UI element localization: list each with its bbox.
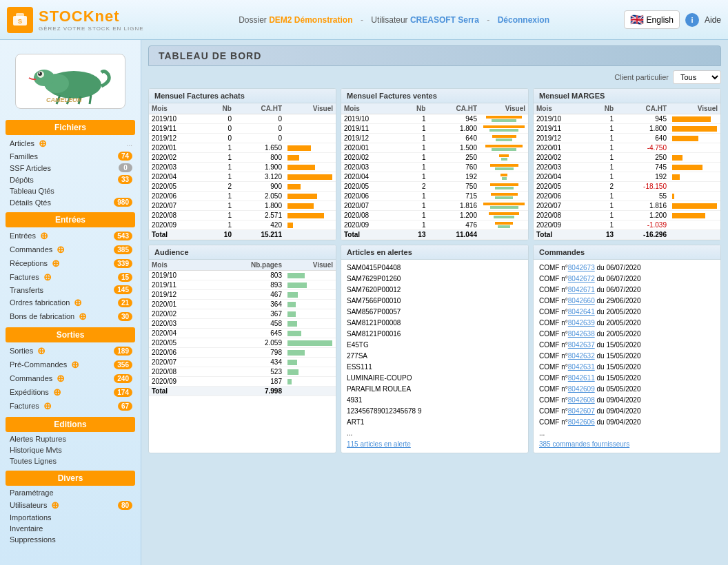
top-tables-grid: Mensuel Factures achats Mois Nb CA.HT Vi… bbox=[148, 88, 721, 240]
table-row: 2020/0711.816 bbox=[534, 201, 720, 211]
client-filter-select[interactable]: Tous bbox=[673, 70, 721, 84]
bar-cell bbox=[285, 358, 336, 367]
logo-box: S bbox=[7, 7, 33, 33]
sidebar-item-entrees[interactable]: Entrées ⊕ 543 bbox=[0, 229, 141, 243]
commande-ref[interactable]: 8042611 bbox=[568, 374, 595, 382]
table-row: 2019/12467 bbox=[149, 290, 336, 300]
commande-ref[interactable]: 8042637 bbox=[568, 341, 595, 349]
commande-ref[interactable]: 8042671 bbox=[568, 286, 595, 294]
commande-ref[interactable]: 8042632 bbox=[568, 352, 595, 360]
ssf-label: SSF Articles bbox=[10, 164, 51, 172]
sidebar-item-familles[interactable]: Familles 74 bbox=[0, 150, 141, 162]
col-mois-1: Mois bbox=[149, 103, 207, 114]
commande-ref[interactable]: 8042641 bbox=[568, 308, 595, 316]
sidebar-item-transferts[interactable]: Transferts 145 bbox=[0, 284, 141, 296]
sidebar-item-inventaire[interactable]: Inventaire bbox=[0, 523, 141, 534]
add-entrees-icon: ⊕ bbox=[40, 230, 48, 241]
sidebar-item-alertes-ruptures[interactable]: Alertes Ruptures bbox=[0, 433, 141, 444]
achats-total-label: Total bbox=[149, 230, 207, 240]
bar-cell bbox=[669, 153, 720, 163]
sidebar-item-precommandes[interactable]: Pré-Commandes ⊕ 356 bbox=[0, 358, 141, 371]
commande-ref[interactable]: 8042607 bbox=[568, 407, 595, 415]
sidebar-item-bons-fab[interactable]: Bons de fabrication ⊕ 30 bbox=[0, 309, 141, 323]
dossier-code[interactable]: DEM2 bbox=[269, 15, 292, 25]
table-row: 2019/1200 bbox=[149, 134, 336, 143]
language-button[interactable]: 🇬🇧 English bbox=[624, 10, 680, 29]
sidebar-item-sorties[interactable]: Sorties ⊕ 189 bbox=[0, 344, 141, 358]
list-item: COMF n°8042637 du 15/05/2020 bbox=[539, 340, 715, 351]
depots-badge: 33 bbox=[118, 175, 132, 184]
table-row: 2019/1000 bbox=[149, 114, 336, 124]
aide-link[interactable]: Aide bbox=[705, 15, 721, 25]
deconnexion-link[interactable]: Déconnexion bbox=[498, 15, 549, 25]
commande-ref[interactable]: 8042672 bbox=[568, 275, 595, 282]
table-row: 2020/0812.571 bbox=[149, 211, 336, 220]
commande-ref[interactable]: 8042609 bbox=[568, 385, 595, 393]
factures-ventes-panel: Mensuel Factures ventes Mois Nb CA.HT Vi… bbox=[341, 88, 529, 240]
bar-cell bbox=[669, 124, 720, 134]
sidebar-item-historique-mvts[interactable]: Historique Mvts bbox=[0, 444, 141, 455]
familles-label: Familles bbox=[10, 152, 38, 161]
bar-cell bbox=[285, 309, 336, 319]
bar-cell bbox=[669, 211, 720, 220]
logo-icon: S bbox=[10, 10, 30, 30]
logo-subtitle: GÉREZ VOTRE STOCK EN LIGNE bbox=[39, 25, 144, 32]
sidebar-item-commandes-sorties[interactable]: Commandes ⊕ 240 bbox=[0, 371, 141, 385]
commandes-footer-link[interactable]: 385 commandes fournisseurs bbox=[539, 439, 715, 450]
sidebar-item-factures-sorties[interactable]: Factures ⊕ 67 bbox=[0, 399, 141, 413]
list-item: LUMINAIRE-COUPO bbox=[347, 373, 523, 384]
table-row: 2020/0811.200 bbox=[534, 211, 720, 220]
table-row: 2019/1111.800 bbox=[341, 124, 528, 134]
receptions-badge: 339 bbox=[114, 259, 132, 268]
list-item[interactable]: 115 articles en alerte bbox=[347, 439, 523, 450]
info-button[interactable]: i bbox=[685, 13, 699, 27]
commande-ref[interactable]: 8042631 bbox=[568, 363, 595, 371]
marges-total-label: Total bbox=[534, 230, 589, 240]
achats-total-bar bbox=[285, 230, 336, 240]
commande-ref[interactable]: 8042639 bbox=[568, 319, 595, 327]
sidebar-item-ordres-fab[interactable]: Ordres fabrication ⊕ 21 bbox=[0, 296, 141, 309]
main-layout: CAMELEON Fichiers Articles ⊕ ... Famille… bbox=[0, 40, 728, 565]
add-expeditions-icon: ⊕ bbox=[53, 387, 61, 398]
transferts-label: Transferts bbox=[10, 286, 43, 294]
sidebar-item-commandes-entrees[interactable]: Commandes ⊕ 385 bbox=[0, 243, 141, 256]
commande-ref[interactable]: 8042660 bbox=[568, 297, 595, 305]
list-item: COMF n°8042671 du 06/07/2020 bbox=[539, 285, 715, 296]
bar-cell bbox=[669, 143, 720, 153]
table-row: 2020/0612.050 bbox=[149, 192, 336, 201]
table-row: 2020/06798 bbox=[149, 348, 336, 358]
dossier-label: Dossier bbox=[239, 15, 267, 25]
svg-point-5 bbox=[34, 70, 54, 86]
sidebar-item-articles[interactable]: Articles ⊕ ... bbox=[0, 136, 141, 150]
commande-ref[interactable]: 8042673 bbox=[568, 264, 595, 271]
sidebar-item-importations[interactable]: Importations bbox=[0, 512, 141, 523]
bar-cell bbox=[285, 300, 336, 309]
table-row: 2020/06155 bbox=[534, 192, 720, 201]
sidebar-item-utilisateurs[interactable]: Utilisateurs ⊕ 80 bbox=[0, 498, 141, 512]
sidebar-item-details-qtes[interactable]: Détails Qtés 980 bbox=[0, 196, 141, 208]
commande-ref[interactable]: 8042638 bbox=[568, 330, 595, 338]
col-mois-2: Mois bbox=[341, 103, 400, 114]
sidebar-item-ssf[interactable]: SSF Articles 0 bbox=[0, 162, 141, 174]
table-row: 2020/03458 bbox=[149, 319, 336, 329]
aud-total-bar bbox=[285, 387, 336, 396]
sidebar-item-expeditions[interactable]: Expéditions ⊕ 174 bbox=[0, 385, 141, 399]
sidebar-item-depots[interactable]: Dépôts 33 bbox=[0, 174, 141, 185]
commande-ref[interactable]: 8042608 bbox=[568, 396, 595, 404]
bar-cell bbox=[285, 134, 336, 143]
articles-label: Articles bbox=[10, 139, 34, 147]
list-item: ART1 bbox=[347, 417, 523, 428]
list-item: SAM7620P00012 bbox=[347, 285, 523, 296]
sidebar-item-toutes-lignes[interactable]: Toutes Lignes bbox=[0, 455, 141, 466]
sidebar-item-factures-entrees[interactable]: Factures ⊕ 15 bbox=[0, 270, 141, 284]
sidebar-item-suppressions[interactable]: Suppressions bbox=[0, 534, 141, 545]
sidebar-item-tableau-qtes[interactable]: Tableau Qtés bbox=[0, 185, 141, 196]
achats-total-ca: 15.211 bbox=[234, 230, 285, 240]
aud-col-visuel: Visuel bbox=[285, 260, 336, 271]
table-row: 2020/0711.800 bbox=[149, 201, 336, 211]
table-row: 2020/052-18.150 bbox=[534, 182, 720, 192]
sidebar-item-parametrage[interactable]: Paramétrage bbox=[0, 487, 141, 498]
commandes-entrees-label: Commandes bbox=[10, 245, 52, 254]
sidebar-item-receptions[interactable]: Réceptions ⊕ 339 bbox=[0, 256, 141, 270]
commande-ref[interactable]: 8042606 bbox=[568, 418, 595, 426]
